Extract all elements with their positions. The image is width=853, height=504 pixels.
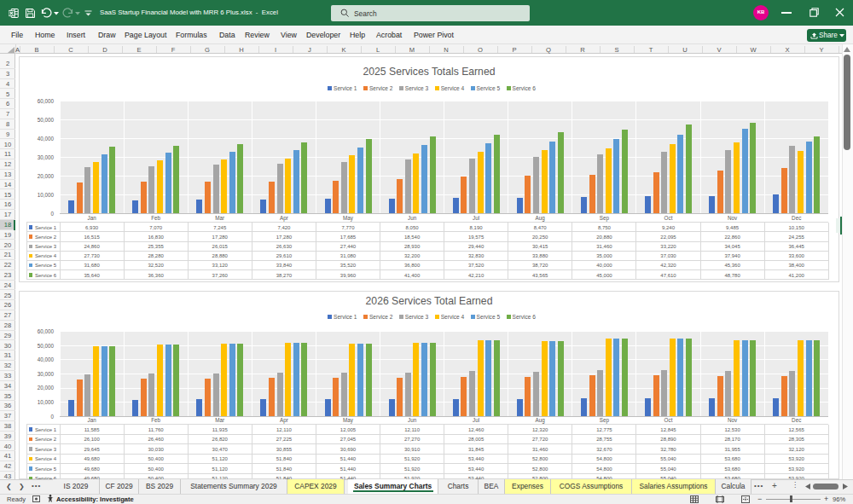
svg-text:26,820: 26,820 [212, 437, 229, 442]
svg-text:19,575: 19,575 [468, 235, 485, 240]
svg-text:26,100: 26,100 [84, 437, 100, 442]
svg-text:51,120: 51,120 [212, 466, 229, 472]
svg-text:40,000: 40,000 [596, 263, 612, 268]
svg-text:Feb: Feb [151, 417, 160, 423]
svg-text:Service 3: Service 3 [35, 244, 57, 249]
svg-text:7,420: 7,420 [277, 225, 291, 230]
svg-text:Dec: Dec [792, 215, 801, 221]
svg-text:7,245: 7,245 [213, 225, 227, 230]
svg-text:28,755: 28,755 [596, 437, 612, 442]
svg-text:37,030: 37,030 [660, 253, 676, 258]
svg-text:47,610: 47,610 [660, 273, 676, 278]
svg-text:20,000: 20,000 [38, 385, 55, 391]
svg-text:Service 5: Service 5 [35, 466, 57, 472]
svg-text:Service 6: Service 6 [513, 85, 537, 91]
svg-text:Service 6: Service 6 [513, 314, 537, 320]
svg-text:12,460: 12,460 [468, 427, 485, 432]
svg-text:28,305: 28,305 [789, 437, 805, 442]
svg-text:Sep: Sep [600, 215, 610, 222]
svg-text:30,690: 30,690 [340, 447, 357, 452]
svg-text:32,830: 32,830 [468, 253, 485, 258]
svg-text:49,680: 49,680 [84, 456, 100, 461]
svg-text:Jun: Jun [408, 417, 417, 423]
svg-text:54,800: 54,800 [596, 456, 612, 461]
svg-text:55,040: 55,040 [660, 456, 676, 461]
svg-text:8,750: 8,750 [598, 225, 612, 230]
svg-text:May: May [343, 417, 354, 424]
svg-text:43,565: 43,565 [532, 273, 548, 278]
svg-text:51,440: 51,440 [340, 466, 357, 472]
svg-text:27,225: 27,225 [276, 437, 293, 442]
svg-text:30,910: 30,910 [404, 447, 421, 452]
svg-text:Service 3: Service 3 [405, 314, 429, 320]
svg-text:12,845: 12,845 [660, 427, 676, 432]
svg-text:55,040: 55,040 [660, 466, 676, 472]
svg-text:Service 1: Service 1 [334, 85, 357, 91]
svg-text:Sep: Sep [600, 417, 610, 424]
svg-text:20,880: 20,880 [596, 235, 612, 240]
svg-text:39,960: 39,960 [340, 273, 357, 278]
svg-text:17,685: 17,685 [340, 235, 357, 240]
svg-text:33,840: 33,840 [276, 263, 293, 268]
svg-text:40,000: 40,000 [38, 136, 55, 142]
svg-text:22,095: 22,095 [660, 235, 676, 240]
svg-text:41,400: 41,400 [404, 273, 421, 278]
svg-text:48,780: 48,780 [724, 273, 740, 278]
svg-text:33,600: 33,600 [789, 253, 805, 258]
svg-text:28,170: 28,170 [724, 437, 740, 442]
svg-text:Service 4: Service 4 [441, 85, 465, 91]
svg-text:Jan: Jan [88, 215, 97, 221]
svg-text:Aug: Aug [536, 215, 546, 222]
svg-text:16,515: 16,515 [84, 235, 100, 240]
svg-text:29,645: 29,645 [84, 447, 100, 452]
svg-text:Oct: Oct [664, 417, 673, 423]
svg-text:53,920: 53,920 [789, 466, 805, 472]
svg-text:41,200: 41,200 [789, 273, 805, 278]
svg-text:Service 1: Service 1 [35, 225, 57, 230]
svg-text:49,680: 49,680 [84, 466, 100, 472]
svg-text:10,150: 10,150 [789, 225, 805, 230]
svg-text:33,120: 33,120 [212, 263, 229, 268]
svg-text:29,440: 29,440 [468, 244, 485, 249]
svg-text:2025 Services Totals Earned: 2025 Services Totals Earned [363, 66, 496, 78]
svg-text:7,770: 7,770 [341, 225, 355, 230]
svg-text:32,120: 32,120 [789, 447, 805, 452]
svg-text:33,880: 33,880 [532, 253, 548, 258]
svg-text:30,030: 30,030 [148, 447, 165, 452]
svg-text:51,920: 51,920 [404, 466, 421, 472]
svg-text:32,670: 32,670 [596, 447, 612, 452]
svg-text:Jul: Jul [473, 215, 479, 221]
svg-text:24,860: 24,860 [84, 244, 100, 249]
svg-text:28,280: 28,280 [148, 253, 165, 258]
svg-text:16,830: 16,830 [148, 235, 165, 240]
svg-text:45,000: 45,000 [596, 273, 612, 278]
svg-text:0: 0 [50, 211, 54, 217]
svg-text:Service 2: Service 2 [35, 437, 57, 442]
svg-text:Service 2: Service 2 [369, 314, 393, 320]
svg-text:Apr: Apr [280, 215, 288, 222]
svg-text:53,440: 53,440 [468, 466, 485, 472]
svg-text:51,840: 51,840 [276, 466, 293, 472]
svg-text:11,935: 11,935 [212, 427, 229, 432]
svg-text:Service 3: Service 3 [35, 447, 57, 452]
svg-text:Nov: Nov [728, 215, 738, 221]
svg-text:35,000: 35,000 [596, 253, 612, 258]
svg-text:35,640: 35,640 [84, 273, 100, 278]
svg-text:30,000: 30,000 [38, 154, 55, 160]
svg-text:35,520: 35,520 [340, 263, 357, 268]
svg-text:Service 2: Service 2 [35, 235, 57, 240]
svg-text:37,520: 37,520 [468, 263, 485, 268]
svg-text:52,800: 52,800 [532, 466, 548, 472]
svg-text:36,800: 36,800 [404, 263, 421, 268]
svg-text:10,000: 10,000 [38, 192, 55, 198]
svg-text:50,000: 50,000 [38, 117, 55, 123]
svg-text:42,210: 42,210 [468, 273, 485, 278]
svg-text:Aug: Aug [536, 417, 546, 424]
svg-text:31,845: 31,845 [468, 447, 485, 452]
svg-text:28,005: 28,005 [468, 437, 485, 442]
svg-text:Service 1: Service 1 [35, 427, 57, 432]
svg-text:38,270: 38,270 [276, 273, 293, 278]
svg-text:9,485: 9,485 [726, 225, 740, 230]
svg-text:36,445: 36,445 [789, 244, 805, 249]
svg-text:Service 2: Service 2 [369, 85, 393, 91]
